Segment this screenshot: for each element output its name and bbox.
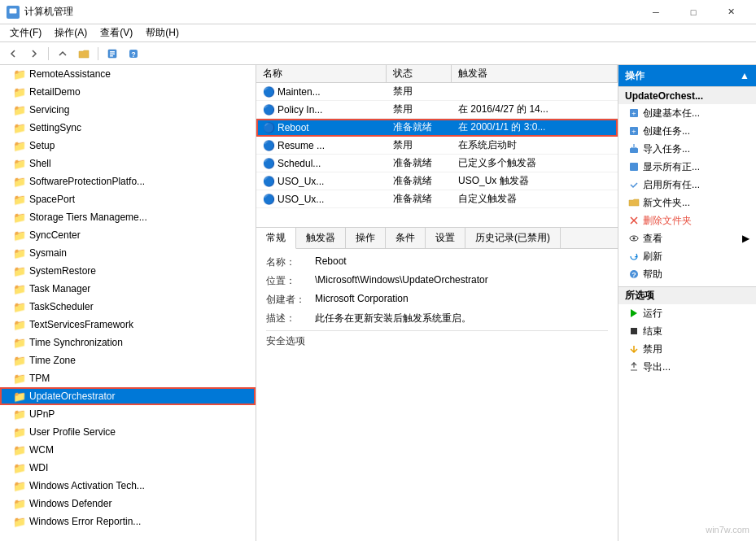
close-button[interactable]: ✕ — [712, 0, 749, 24]
subheader-label: UpdateOrchest... — [625, 90, 703, 102]
task-row[interactable]: 🔵Policy In... 禁用 在 2016/4/27 的 14... — [256, 101, 618, 119]
sidebar-item-storagetiers[interactable]: 📁 Storage Tiers Manageme... — [0, 208, 256, 226]
name-label: 名称： — [266, 255, 315, 269]
menu-file[interactable]: 文件(F) — [3, 24, 48, 41]
folder-icon: 📁 — [13, 301, 26, 313]
title-bar: 计算机管理 ─ □ ✕ — [0, 0, 756, 24]
tab-triggers[interactable]: 触发器 — [296, 228, 346, 248]
task-row[interactable]: 🔵USO_Ux... 准备就绪 USO_Ux 触发器 — [256, 172, 618, 190]
sidebar-item-textservices[interactable]: 📁 TextServicesFramework — [0, 316, 256, 334]
sidebar-item-systemrestore[interactable]: 📁 SystemRestore — [0, 262, 256, 280]
sidebar-item-spaceport[interactable]: 📁 SpacePort — [0, 190, 256, 208]
tab-history[interactable]: 历史记录(已禁用) — [465, 228, 561, 248]
action-run[interactable]: 运行 — [618, 304, 756, 322]
sidebar-item-timesync[interactable]: 📁 Time Synchronization — [0, 334, 256, 351]
sidebar-item-windowsactivation[interactable]: 📁 Windows Activation Tech... — [0, 477, 256, 495]
action-export[interactable]: 导出... — [618, 358, 756, 376]
task-icon: 🔵 — [263, 140, 275, 151]
menu-help[interactable]: 帮助(H) — [139, 24, 186, 41]
sidebar-item-windowserror[interactable]: 📁 Windows Error Reportin... — [0, 513, 256, 530]
action-new-folder[interactable]: 新文件夹... — [618, 194, 756, 212]
sidebar-label: Storage Tiers Manageme... — [29, 212, 147, 223]
svg-rect-5 — [110, 53, 115, 55]
task-icon: 🔵 — [263, 122, 275, 133]
sidebar-label: UpdateOrchestrator — [29, 390, 115, 402]
sidebar-item-timezone[interactable]: 📁 Time Zone — [0, 351, 256, 369]
tab-conditions[interactable]: 条件 — [386, 228, 426, 248]
action-label: 删除文件夹 — [643, 214, 692, 228]
forward-button[interactable] — [24, 45, 44, 63]
sidebar-item-shell[interactable]: 📁 Shell — [0, 155, 256, 172]
action-disable[interactable]: 禁用 — [618, 340, 756, 358]
col-header-name: 名称 — [256, 65, 387, 82]
sidebar-item-servicing[interactable]: 📁 Servicing — [0, 101, 256, 119]
sidebar-item-tpm[interactable]: 📁 TPM — [0, 369, 256, 387]
svg-rect-4 — [110, 51, 115, 53]
sidebar-label: SpacePort — [29, 194, 75, 205]
action-create-basic[interactable]: + 创建基本任... — [618, 104, 756, 122]
minimize-button[interactable]: ─ — [637, 0, 675, 24]
folder-icon: 📁 — [13, 247, 26, 260]
sidebar-label: TPM — [29, 373, 50, 384]
window-title: 计算机管理 — [24, 5, 73, 19]
task-row[interactable]: 🔵Schedul... 准备就绪 已定义多个触发器 — [256, 155, 618, 172]
sidebar-item-upnp[interactable]: 📁 UPnP — [0, 405, 256, 423]
create-basic-icon: + — [628, 107, 640, 119]
actions-title: 操作 — [625, 69, 645, 83]
back-button[interactable] — [3, 45, 23, 63]
sidebar: 📁 RemoteAssistance 📁 RetailDemo 📁 Servic… — [0, 65, 256, 541]
toolbar: ? — [0, 42, 756, 65]
sidebar-item-userprofile[interactable]: 📁 User Profile Service — [0, 423, 256, 441]
security-section: 安全选项 — [266, 330, 608, 348]
detail-author-row: 创建者： Microsoft Corporation — [266, 293, 608, 307]
import-icon — [628, 143, 640, 155]
action-stop[interactable]: 结束 — [618, 322, 756, 340]
action-refresh[interactable]: 刷新 — [618, 247, 756, 265]
action-label: 导入任务... — [643, 142, 690, 156]
sidebar-item-retaildemo[interactable]: 📁 RetailDemo — [0, 83, 256, 101]
menu-action[interactable]: 操作(A) — [48, 24, 94, 41]
action-label: 帮助 — [643, 268, 662, 281]
action-help[interactable]: ? 帮助 — [618, 265, 756, 283]
action-create-task[interactable]: + 创建任务... — [618, 122, 756, 140]
properties-button[interactable] — [103, 45, 122, 63]
task-trigger: 在 2016/4/27 的 14... — [452, 103, 618, 116]
tab-general[interactable]: 常规 — [256, 228, 296, 249]
up-button[interactable] — [53, 45, 72, 63]
task-row-reboot[interactable]: 🔵Reboot 准备就绪 在 2000/1/1 的 3:0... — [256, 119, 618, 137]
sidebar-item-remoteassistance[interactable]: 📁 RemoteAssistance — [0, 65, 256, 83]
tab-actions[interactable]: 操作 — [346, 228, 386, 248]
actions-expand-icon: ▲ — [740, 70, 749, 81]
sidebar-item-settingsync[interactable]: 📁 SettingSync — [0, 119, 256, 137]
sidebar-item-softwareprotection[interactable]: 📁 SoftwareProtectionPlatfo... — [0, 172, 256, 190]
action-import-task[interactable]: 导入任务... — [618, 140, 756, 158]
task-row[interactable]: 🔵Mainten... 禁用 — [256, 83, 618, 101]
sidebar-item-synccenter[interactable]: 📁 SyncCenter — [0, 226, 256, 244]
tab-settings[interactable]: 设置 — [426, 228, 465, 248]
sidebar-item-windowsdefender[interactable]: 📁 Windows Defender — [0, 495, 256, 513]
enable-all-icon — [628, 179, 640, 190]
sidebar-item-wdi[interactable]: 📁 WDI — [0, 459, 256, 477]
view-icon — [628, 233, 640, 244]
sidebar-item-wcm[interactable]: 📁 WCM — [0, 441, 256, 459]
folder-button[interactable] — [74, 45, 94, 63]
help-button[interactable]: ? — [124, 45, 143, 63]
menu-view[interactable]: 查看(V) — [94, 24, 139, 41]
task-row[interactable]: 🔵Resume ... 禁用 在系统启动时 — [256, 137, 618, 155]
action-label: 创建任务... — [643, 124, 690, 138]
maximize-button[interactable]: □ — [675, 0, 712, 24]
sidebar-item-updateorchestrator[interactable]: 📁 UpdateOrchestrator — [0, 387, 256, 405]
task-row[interactable]: 🔵USO_Ux... 准备就绪 自定义触发器 — [256, 190, 618, 208]
action-enable-all[interactable]: 启用所有任... — [618, 176, 756, 194]
sidebar-item-taskmanager[interactable]: 📁 Task Manager — [0, 280, 256, 298]
action-view[interactable]: 查看 ▶ — [618, 229, 756, 247]
task-icon: 🔵 — [263, 194, 275, 205]
task-name: 🔵Resume ... — [256, 140, 387, 151]
sidebar-item-taskscheduler[interactable]: 📁 TaskScheduler — [0, 298, 256, 316]
sidebar-item-sysmain[interactable]: 📁 Sysmain — [0, 244, 256, 262]
author-label: 创建者： — [266, 293, 315, 307]
action-show-all[interactable]: 显示所有正... — [618, 158, 756, 176]
sidebar-item-setup[interactable]: 📁 Setup — [0, 137, 256, 155]
actions-panel: 操作 ▲ UpdateOrchest... + 创建基本任... + 创建任务.… — [618, 65, 756, 541]
action-delete-folder[interactable]: 删除文件夹 — [618, 212, 756, 229]
